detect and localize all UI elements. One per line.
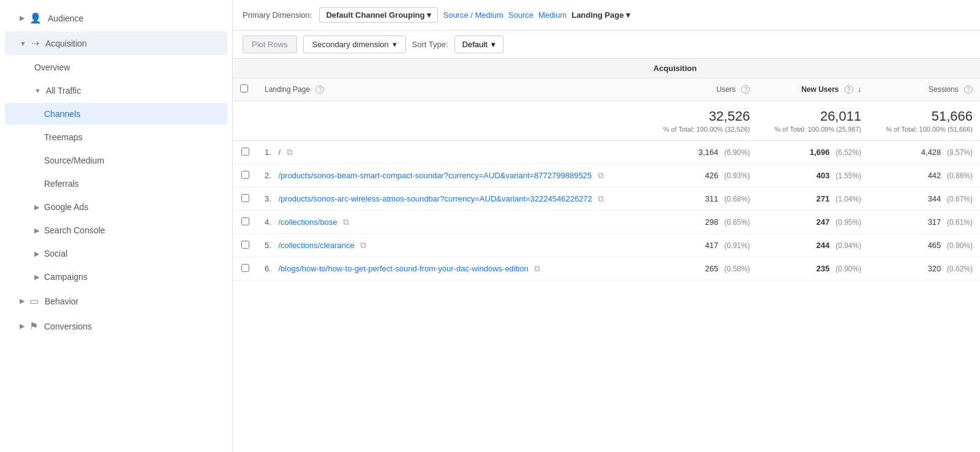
source-medium-link[interactable]: Source / Medium <box>443 10 503 20</box>
users-value: 426 <box>705 171 718 180</box>
sidebar-item-label: Conversions <box>44 322 92 331</box>
row-checkbox[interactable] <box>241 194 249 202</box>
sessions-cell: 442 (0.86%) <box>869 164 980 187</box>
sessions-cell: 317 (0.61%) <box>869 211 980 234</box>
sidebar-item-acquisition[interactable]: ▼ ⇢ Acquisition <box>5 31 227 55</box>
sessions-help-icon[interactable]: ? <box>964 85 973 94</box>
landing-page-url[interactable]: /products/sonos-arc-wireless-atmos-sound… <box>278 194 592 203</box>
sessions-cell: 4,428 (8.57%) <box>869 141 980 164</box>
landing-page-cell: 1. / ⧉ <box>257 141 646 164</box>
sidebar-item-campaigns[interactable]: ▶ Campaigns <box>5 266 227 288</box>
copy-icon[interactable]: ⧉ <box>534 263 540 273</box>
users-cell: 3,164 (6.90%) <box>646 141 758 164</box>
new-users-value: 271 <box>816 194 830 203</box>
select-all-checkbox[interactable] <box>240 85 248 92</box>
sidebar: ▶ 👤 Audience ▼ ⇢ Acquisition Overview ▼ … <box>0 0 233 452</box>
sidebar-item-audience[interactable]: ▶ 👤 Audience <box>5 6 227 30</box>
row-number: 2. <box>265 171 271 180</box>
new-users-value: 235 <box>816 264 830 273</box>
users-cell: 311 (0.68%) <box>646 187 758 211</box>
row-checkbox-cell[interactable] <box>233 164 257 187</box>
dropdown-arrow-icon: ▾ <box>626 10 630 20</box>
new-users-cell: 271 (1.04%) <box>757 187 869 211</box>
totals-sessions-pct: % of Total: 100.00% (51,666) <box>876 126 973 133</box>
totals-new-users-pct: % of Total: 100.09% (25,987) <box>764 126 861 133</box>
row-checkbox[interactable] <box>241 241 249 249</box>
plot-rows-button[interactable]: Plot Rows <box>243 36 297 53</box>
sessions-value: 442 <box>928 171 941 180</box>
landing-page-cell: 5. /collections/clearance ⧉ <box>257 234 646 257</box>
sidebar-item-all-traffic[interactable]: ▼ All Traffic <box>5 80 227 102</box>
sidebar-item-search-console[interactable]: ▶ Search Console <box>5 219 227 241</box>
main-content: Primary Dimension: Default Channel Group… <box>233 0 980 452</box>
sessions-value: 344 <box>928 194 941 203</box>
sort-default-button[interactable]: Default ▾ <box>454 36 503 53</box>
row-number: 5. <box>265 241 271 250</box>
medium-link[interactable]: Medium <box>538 10 567 20</box>
row-checkbox[interactable] <box>241 264 249 272</box>
chevron-down-icon: ▼ <box>20 40 26 47</box>
users-pct: (0.91%) <box>724 241 750 250</box>
sidebar-item-channels[interactable]: Channels <box>5 103 227 125</box>
users-cell: 298 (0.65%) <box>646 211 758 234</box>
row-checkbox-cell[interactable] <box>233 141 257 164</box>
landing-page-url[interactable]: /collections/clearance <box>278 241 354 250</box>
new-users-cell: 247 (0.95%) <box>757 211 869 234</box>
data-table: Acquisition Landing Page ? Users ? <box>233 58 980 281</box>
row-checkbox[interactable] <box>241 148 249 156</box>
sessions-pct: (0.90%) <box>947 241 973 250</box>
landing-page-cell: 6. /blogs/how-to/how-to-get-perfect-soun… <box>257 257 646 281</box>
sidebar-item-social[interactable]: ▶ Social <box>5 243 227 265</box>
sidebar-item-label: Social <box>44 249 67 258</box>
new-users-help-icon[interactable]: ? <box>845 85 853 94</box>
sidebar-item-label: Search Console <box>44 225 105 235</box>
sidebar-item-referrals[interactable]: Referrals <box>5 173 227 195</box>
row-checkbox-cell[interactable] <box>233 211 257 234</box>
dropdown-arrow-icon: ▾ <box>427 10 431 20</box>
landing-page-url[interactable]: / <box>278 148 281 157</box>
row-checkbox[interactable] <box>241 217 249 225</box>
sidebar-item-google-ads[interactable]: ▶ Google Ads <box>5 196 227 218</box>
sidebar-item-source-medium[interactable]: Source/Medium <box>5 149 227 171</box>
sidebar-item-conversions[interactable]: ▶ ⚑ Conversions <box>5 314 227 338</box>
landing-page-url[interactable]: /collections/bose <box>278 217 337 227</box>
landing-page-btn[interactable]: Landing Page ▾ <box>571 10 630 20</box>
copy-icon[interactable]: ⧉ <box>343 217 349 227</box>
dropdown-arrow-icon: ▾ <box>491 40 496 49</box>
sessions-value: 4,428 <box>921 148 941 157</box>
copy-icon[interactable]: ⧉ <box>287 147 293 157</box>
users-pct: (0.58%) <box>724 265 750 273</box>
column-header-row: Landing Page ? Users ? New Users ? ↓ Ses… <box>233 78 980 101</box>
copy-icon[interactable]: ⧉ <box>360 240 366 250</box>
sessions-value: 465 <box>928 241 941 250</box>
row-checkbox[interactable] <box>241 171 249 179</box>
help-icon[interactable]: ? <box>315 85 324 94</box>
users-help-icon[interactable]: ? <box>741 85 750 94</box>
table-row: 4. /collections/bose ⧉ 298 (0.65%) 247 (… <box>233 211 980 234</box>
landing-page-url[interactable]: /blogs/how-to/how-to-get-perfect-sound-f… <box>278 264 528 273</box>
sidebar-item-treemaps[interactable]: Treemaps <box>5 126 227 148</box>
landing-page-cell: 4. /collections/bose ⧉ <box>257 211 646 234</box>
row-checkbox-cell[interactable] <box>233 234 257 257</box>
sidebar-item-behavior[interactable]: ▶ ▭ Behavior <box>5 289 227 313</box>
select-all-checkbox-cell[interactable] <box>233 78 257 101</box>
table-row: 1. / ⧉ 3,164 (6.90%) 1,696 (6.52%) 4,428… <box>233 141 980 164</box>
new-users-pct: (1.55%) <box>835 171 861 180</box>
sidebar-item-label: Treemaps <box>44 132 83 142</box>
copy-icon[interactable]: ⧉ <box>598 170 604 180</box>
source-link[interactable]: Source <box>508 10 533 20</box>
copy-icon[interactable]: ⧉ <box>598 194 604 203</box>
landing-page-url[interactable]: /products/sonos-beam-smart-compact-sound… <box>278 171 592 180</box>
totals-users-pct: % of Total: 100.00% (32,526) <box>654 126 750 133</box>
users-cell: 417 (0.91%) <box>646 234 758 257</box>
row-checkbox-cell[interactable] <box>233 257 257 281</box>
col-header-new-users[interactable]: New Users ? ↓ <box>757 78 869 101</box>
sidebar-item-overview[interactable]: Overview <box>5 56 227 78</box>
new-users-cell: 403 (1.55%) <box>757 164 869 187</box>
totals-label-cell <box>257 101 646 141</box>
sort-type-label: Sort Type: <box>412 40 448 49</box>
secondary-dimension-button[interactable]: Secondary dimension ▾ <box>303 36 406 53</box>
row-checkbox-cell[interactable] <box>233 187 257 211</box>
sidebar-item-label: Referrals <box>44 179 79 189</box>
default-channel-grouping-btn[interactable]: Default Channel Grouping ▾ <box>319 7 438 23</box>
